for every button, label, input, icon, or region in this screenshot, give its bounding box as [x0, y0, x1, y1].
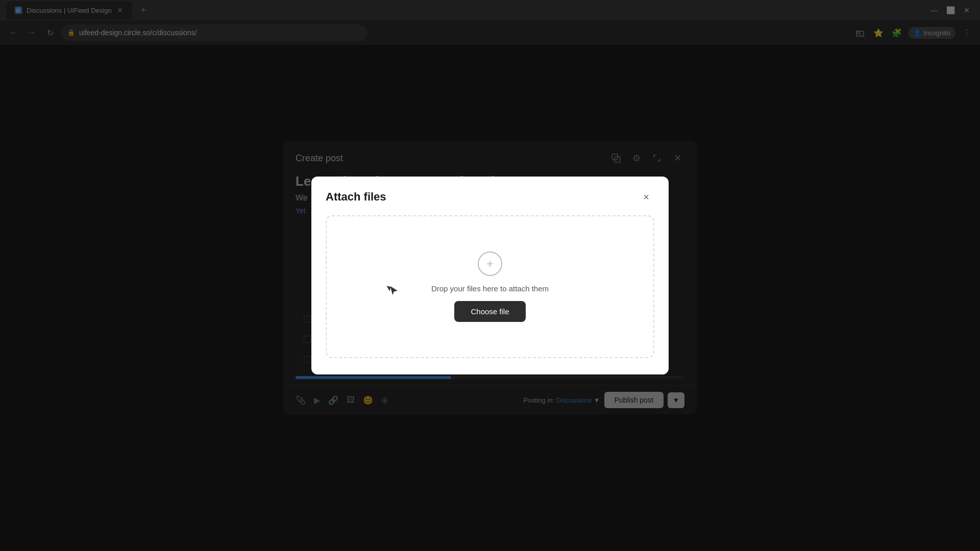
attach-drop-zone[interactable]: + Drop your files here to attach them Ch… — [326, 215, 654, 358]
plus-circle-icon: + — [478, 252, 502, 276]
choose-file-button[interactable]: Choose file — [454, 301, 525, 322]
attach-modal-title: Attach files — [326, 190, 386, 204]
drop-zone-text: Drop your files here to attach them — [431, 284, 549, 293]
attach-close-button[interactable]: × — [638, 189, 654, 205]
attach-header: Attach files × — [311, 177, 669, 215]
attach-files-modal: Attach files × + Drop your files here to… — [311, 177, 669, 374]
